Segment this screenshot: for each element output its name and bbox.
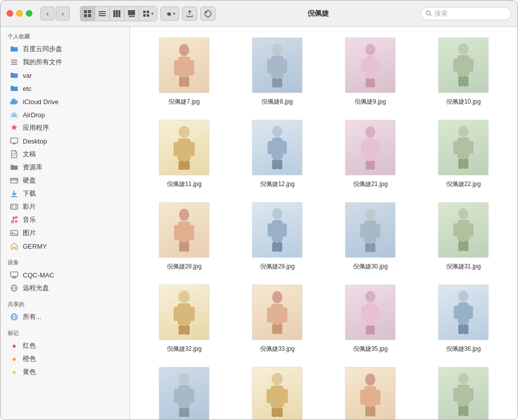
svg-rect-149 (463, 324, 468, 334)
sidebar-item-cqc-mac[interactable]: CQC-MAC (3, 268, 127, 282)
search-box[interactable]: 搜索 (420, 7, 511, 20)
list-item[interactable]: 倪佩婕7.jpg (140, 32, 228, 109)
sidebar-item-allfiles[interactable]: 我的所有文件 (3, 56, 127, 69)
svg-rect-13 (133, 16, 135, 17)
list-item[interactable]: 倪佩婕38.jpg (140, 361, 228, 419)
svg-point-84 (272, 126, 282, 137)
sidebar-label-allfiles: 我的所有文件 (23, 58, 62, 67)
sidebar-item-tag-yellow[interactable]: ● 黄色 (3, 365, 127, 379)
list-item[interactable]: 倪佩婕22.jpg (419, 114, 507, 192)
view-icon-button[interactable] (80, 7, 95, 21)
sidebar-item-download[interactable]: 下载 (3, 187, 127, 200)
sidebar-item-music[interactable]: 音乐 (3, 213, 127, 226)
sidebar-item-germy[interactable]: GERMY (3, 240, 127, 253)
view-group: ▾ (80, 6, 157, 21)
svg-rect-118 (365, 243, 370, 252)
file-name-label: 倪佩婕36.jpg (446, 345, 481, 353)
svg-rect-153 (188, 389, 194, 403)
view-columns-button[interactable] (110, 7, 124, 21)
sidebar-label-photos: 图片 (23, 228, 36, 238)
titlebar: ‹ › ▾ ▾ (1, 1, 517, 27)
list-item[interactable]: 倪佩婕32.jpg (140, 279, 228, 356)
svg-rect-142 (366, 325, 370, 335)
var-folder-icon (10, 71, 19, 80)
view-options-button[interactable]: ▾ (139, 7, 157, 21)
svg-point-19 (426, 11, 430, 15)
file-name-label: 倪佩婕21.jpg (353, 180, 388, 189)
sidebar-item-all-shared[interactable]: 所有... (3, 310, 127, 323)
sidebar-section-devices: 设备 (1, 253, 130, 268)
svg-point-150 (179, 374, 189, 385)
icloud-icon (10, 97, 19, 106)
sidebar-item-tag-orange[interactable]: ● 橙色 (3, 352, 127, 365)
sidebar-item-tag-red[interactable]: ● 红色 (3, 339, 127, 352)
svg-rect-58 (179, 77, 184, 87)
list-item[interactable]: 倪佩婕8.jpg (233, 32, 321, 109)
sidebar-item-disk[interactable]: 硬盘 (3, 174, 127, 187)
svg-rect-4 (99, 11, 106, 12)
svg-rect-143 (370, 325, 375, 335)
sidebar-item-resources[interactable]: 资源库 (3, 161, 127, 174)
back-button[interactable]: ‹ (40, 7, 55, 21)
svg-rect-166 (365, 406, 370, 416)
list-item[interactable]: 倪佩婕42.jpg (233, 361, 321, 419)
list-item[interactable]: 倪佩婕12.jpg (233, 114, 321, 192)
sidebar-item-desktop[interactable]: Desktop (3, 134, 127, 148)
list-item[interactable]: 倪佩婕11.jpg (140, 114, 228, 192)
list-item[interactable]: 倪佩婕31.jpg (419, 197, 507, 274)
cqc-mac-icon (10, 270, 19, 279)
sidebar-item-apps[interactable]: 应用程序 (3, 121, 127, 134)
view-list-button[interactable] (95, 7, 110, 21)
sidebar-item-icloud[interactable]: iCloud Drive (3, 95, 127, 108)
sidebar-item-remote-disk[interactable]: 远程光盘 (3, 282, 127, 295)
list-item[interactable]: 倪佩婕10.jpg (419, 32, 507, 109)
list-item[interactable]: 倪佩婕9.jpg (326, 32, 414, 109)
list-item[interactable]: 倪佩婕28.jpg (140, 197, 228, 274)
sidebar-item-var[interactable]: var (3, 69, 127, 82)
svg-rect-15 (147, 11, 149, 13)
list-item[interactable]: 倪佩婕30.jpg (326, 197, 414, 274)
share-button[interactable] (182, 7, 197, 21)
file-name-label: 倪佩婕9.jpg (355, 98, 386, 106)
svg-rect-22 (11, 62, 17, 63)
svg-rect-11 (129, 16, 131, 17)
list-item[interactable]: 倪佩婕43.jpg (326, 361, 414, 419)
svg-rect-64 (272, 78, 277, 87)
view-cover-button[interactable] (124, 7, 139, 21)
sidebar-label-cqc-mac: CQC-MAC (23, 271, 54, 279)
svg-point-18 (206, 12, 207, 13)
svg-rect-77 (463, 76, 468, 86)
sidebar-item-airdrop[interactable]: AirDrop (3, 108, 127, 121)
list-item[interactable]: 倪佩婕35.jpg (326, 279, 414, 356)
sidebar-item-baidu[interactable]: 百度云同步盘 (3, 42, 127, 56)
forward-button[interactable]: › (56, 7, 70, 21)
svg-rect-119 (370, 243, 375, 252)
svg-rect-74 (453, 59, 459, 72)
sidebar-item-photos[interactable]: 图片 (3, 226, 127, 240)
maximize-button[interactable] (26, 10, 32, 17)
sidebar-item-docs[interactable]: 文稿 (3, 148, 127, 161)
list-item[interactable]: 倪佩婕45.jpg (419, 361, 507, 419)
svg-rect-147 (467, 306, 473, 319)
traffic-lights (7, 10, 32, 17)
svg-point-41 (12, 221, 14, 223)
minimize-button[interactable] (16, 10, 23, 17)
svg-rect-129 (189, 307, 195, 321)
close-button[interactable] (7, 10, 13, 17)
list-item[interactable]: 倪佩婕36.jpg (419, 279, 507, 356)
list-item[interactable]: 倪佩婕29.jpg (233, 197, 321, 274)
sidebar-item-movies[interactable]: 影片 (3, 200, 127, 213)
tag-button[interactable] (200, 7, 215, 21)
download-icon (10, 189, 19, 198)
svg-rect-160 (272, 408, 277, 417)
svg-rect-7 (113, 10, 115, 17)
sidebar-item-etc[interactable]: etc (3, 82, 127, 95)
svg-rect-100 (458, 159, 463, 169)
file-name-label: 倪佩婕29.jpg (260, 262, 295, 271)
svg-rect-170 (453, 388, 459, 401)
music-icon (10, 215, 19, 224)
list-item[interactable]: 倪佩婕33.jpg (233, 279, 321, 356)
list-item[interactable]: 倪佩婕21.jpg (326, 114, 414, 192)
svg-rect-155 (184, 408, 189, 417)
settings-button[interactable]: ▾ (160, 7, 179, 21)
